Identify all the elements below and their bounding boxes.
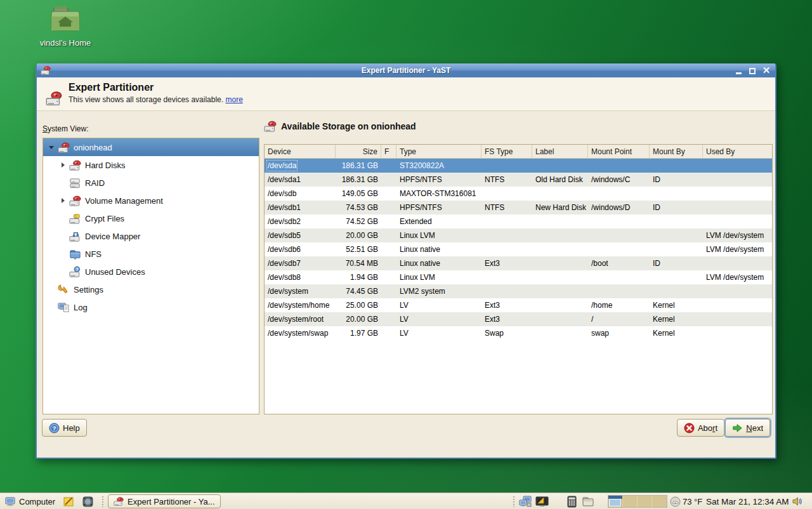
cell: NTFS	[481, 201, 532, 215]
show-desktop-icon[interactable]	[82, 493, 94, 509]
table-row-dev-sdb8[interactable]: /dev/sdb81.94 GBLinux LVMLVM /dev/system	[265, 270, 772, 284]
abort-button[interactable]: Abort	[677, 419, 724, 437]
cell: /dev/sdb	[265, 187, 336, 201]
tree-item-hard-disks[interactable]: Hard Disks	[43, 156, 259, 174]
table-row-dev-sdb7[interactable]: /dev/sdb770.54 MBLinux nativeExt3/bootID	[265, 256, 772, 270]
pager-desktop-3[interactable]	[638, 496, 652, 507]
table-row-dev-sda[interactable]: /dev/sda186.31 GBST3200822A	[265, 159, 772, 173]
table-row-dev-sdb[interactable]: /dev/sdb149.05 GBMAXTOR-STM316081	[265, 187, 772, 201]
tree-item-log[interactable]: Log	[43, 298, 259, 316]
weather-applet[interactable]: 73 °F	[670, 493, 702, 509]
desktop-icon-home[interactable]: vindsl's Home	[30, 5, 100, 48]
tree-item-nfs[interactable]: NFS	[43, 245, 259, 263]
system-view-label: System View:	[43, 124, 88, 133]
column-header-mount-by[interactable]: Mount By	[650, 145, 703, 158]
caret-down-icon[interactable]	[47, 146, 56, 149]
more-link[interactable]: more	[225, 95, 242, 104]
page-title: Expert Partitioner	[69, 81, 243, 94]
pager-desktop-4[interactable]	[652, 496, 667, 507]
taskbar-task-expert-partitioner[interactable]: Expert Partitioner - Ya...	[108, 494, 221, 508]
tree-item-label: Hard Disks	[85, 161, 126, 170]
cell: ID	[650, 256, 703, 270]
next-button[interactable]: Next	[725, 419, 770, 437]
column-header-label[interactable]: Label	[532, 145, 588, 158]
cell	[381, 298, 396, 312]
cell: Kernel	[650, 326, 703, 340]
table-row-dev-sdb6[interactable]: /dev/sdb652.51 GBLinux nativeLVM /dev/sy…	[265, 242, 772, 256]
tree-item-label: Settings	[74, 285, 103, 294]
tree-item-unused-devices[interactable]: ?Unused Devices	[43, 263, 259, 281]
column-header-used-by[interactable]: Used By	[703, 145, 772, 158]
svg-text:?: ?	[52, 425, 56, 432]
tree-item-device-mapper[interactable]: Device Mapper	[43, 227, 259, 245]
volume-icon[interactable]	[792, 493, 803, 509]
table-row-dev-sdb2[interactable]: /dev/sdb274.52 GBExtended	[265, 215, 772, 228]
cell	[650, 228, 703, 242]
cell	[703, 215, 772, 228]
clock[interactable]: Sat Mar 21, 12:34 AM	[706, 493, 789, 509]
mapper-icon	[67, 230, 82, 242]
table-row-dev-sda1[interactable]: /dev/sda1186.31 GBHPFS/NTFSNTFSOld Hard …	[265, 173, 772, 187]
svg-text:?: ?	[75, 267, 78, 272]
cell	[481, 284, 532, 298]
tree-item-settings[interactable]: Settings	[43, 281, 259, 298]
column-header-mount-point[interactable]: Mount Point	[588, 145, 650, 158]
cell	[381, 242, 396, 256]
table-row-dev-system-swap[interactable]: /dev/system/swap1.97 GBLVSwapswapKernel	[265, 326, 772, 340]
table-row-dev-system-home[interactable]: /dev/system/home25.00 GBLVExt3/homeKerne…	[265, 298, 772, 312]
table-row-dev-sdb5[interactable]: /dev/sdb520.00 GBLinux LVMLVM /dev/syste…	[265, 228, 772, 242]
cell: HPFS/NTFS	[396, 173, 481, 187]
cell	[650, 242, 703, 256]
column-header-size[interactable]: Size	[336, 145, 381, 158]
cell	[532, 312, 588, 326]
cell: swap	[588, 326, 650, 340]
cell: New Hard Disk	[532, 201, 588, 215]
help-icon: ?	[49, 423, 60, 433]
tree-item-label: Log	[74, 303, 88, 312]
table-row-dev-sdb1[interactable]: /dev/sdb174.53 GBHPFS/NTFSNTFSNew Hard D…	[265, 201, 772, 215]
tree-item-raid[interactable]: RAID	[43, 174, 259, 192]
tree-item-volume-management[interactable]: Volume Management	[43, 192, 259, 209]
display-settings-icon[interactable]	[535, 493, 549, 509]
column-header-fs-type[interactable]: FS Type	[481, 145, 532, 158]
pager-desktop-1[interactable]	[608, 496, 623, 507]
minimize-button[interactable]	[735, 67, 742, 74]
tray-drag-handle[interactable]	[513, 493, 516, 509]
taskbar-drag-handle[interactable]	[102, 493, 105, 509]
computer-icon	[5, 496, 16, 507]
computer-menu-button[interactable]: Computer	[3, 493, 58, 509]
close-button[interactable]: ✕	[763, 67, 770, 74]
cell	[588, 159, 650, 173]
table-row-dev-system-root[interactable]: /dev/system/root20.00 GBLVExt3/Kernel	[265, 312, 772, 326]
log-icon	[56, 301, 71, 314]
cell: Linux native	[396, 242, 481, 256]
cell	[650, 187, 703, 201]
notes-launcher-icon[interactable]	[63, 493, 75, 509]
maximize-button[interactable]	[749, 67, 756, 74]
tree-item-crypt-files[interactable]: Crypt Files	[43, 209, 259, 227]
column-header-device[interactable]: Device	[265, 145, 336, 158]
caret-right-icon[interactable]	[58, 198, 67, 203]
disk-red-icon	[67, 159, 82, 171]
tree-item-onionhead[interactable]: onionhead	[43, 138, 259, 156]
cell	[481, 159, 532, 173]
cell: Ext3	[481, 312, 532, 326]
help-button[interactable]: ? Help	[42, 419, 87, 437]
window-titlebar[interactable]: Expert Partitioner - YaST ✕	[37, 63, 775, 77]
column-header-f[interactable]: F	[381, 145, 396, 158]
calculator-icon[interactable]	[566, 493, 578, 509]
cell: LVM2 system	[396, 284, 481, 298]
cell	[481, 215, 532, 228]
file-manager-icon[interactable]	[582, 493, 594, 509]
network-monitor-icon[interactable]	[519, 493, 532, 509]
cell: 25.00 GB	[336, 298, 381, 312]
expert-partitioner-window: Expert Partitioner - YaST ✕ Expert Parti…	[36, 63, 776, 459]
tree-item-label: NFS	[85, 249, 102, 259]
tree-item-label: Crypt Files	[85, 214, 124, 223]
table-row-dev-system[interactable]: /dev/system74.45 GBLVM2 system	[265, 284, 772, 298]
cell: LVM /dev/system	[703, 270, 772, 284]
pager-desktop-2[interactable]	[623, 496, 638, 507]
heading-partitioner-icon	[264, 120, 277, 133]
column-header-type[interactable]: Type	[396, 145, 481, 158]
caret-right-icon[interactable]	[58, 162, 67, 168]
